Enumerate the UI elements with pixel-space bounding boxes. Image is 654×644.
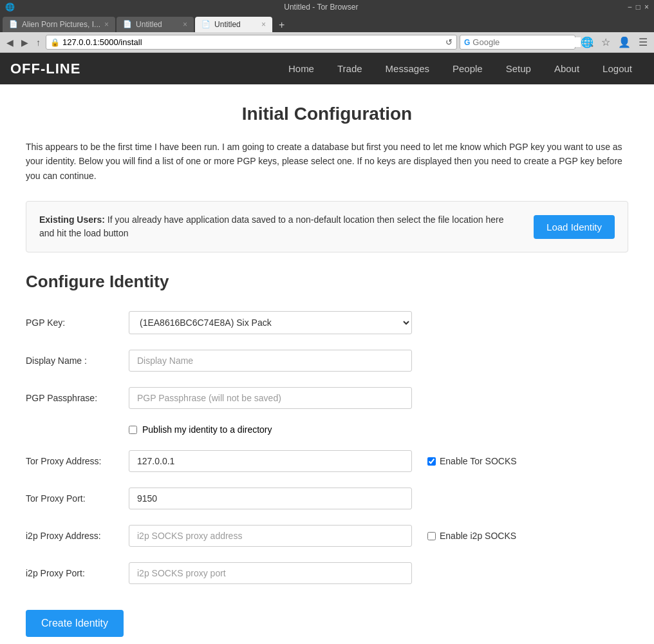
i2p-proxy-port-label: i2p Proxy Port: xyxy=(26,568,129,578)
tabs-bar: 📄 Alien Porn Pictures, I... × 📄 Untitled… xyxy=(0,14,654,32)
tab-3[interactable]: 📄 Untitled × xyxy=(195,17,272,32)
address-bar: 🔒 ↺ xyxy=(46,35,457,50)
tab-3-label: Untitled xyxy=(214,20,241,29)
enable-i2p-socks-label[interactable]: Enable i2p SOCKS xyxy=(440,531,516,541)
nav-messages[interactable]: Messages xyxy=(374,53,441,84)
page-content: Initial Configuration This appears to be… xyxy=(0,84,654,644)
pgp-passphrase-input[interactable] xyxy=(129,387,412,409)
tab-1-favicon: 📄 xyxy=(9,20,18,29)
existing-users-detail: If you already have application data sav… xyxy=(39,214,503,238)
menu-button[interactable]: ☰ xyxy=(636,35,650,50)
tab-3-close[interactable]: × xyxy=(261,20,266,29)
tor-proxy-port-row: Tor Proxy Port: xyxy=(26,488,628,509)
tor-proxy-address-input[interactable] xyxy=(129,450,412,472)
search-engine-icon: G xyxy=(464,38,470,47)
pgp-key-select[interactable]: (1EA8616BC6C74E8A) Six Pack xyxy=(129,311,412,334)
enable-i2p-socks-wrap: Enable i2p SOCKS xyxy=(427,531,516,541)
bookmark-button[interactable]: ☆ xyxy=(599,35,613,50)
i2p-proxy-address-row: i2p Proxy Address: Enable i2p SOCKS xyxy=(26,525,628,547)
existing-users-label: Existing Users: xyxy=(39,214,105,225)
up-button[interactable]: ↑ xyxy=(33,36,43,49)
tab-3-favicon: 📄 xyxy=(201,20,210,29)
address-favicon: 🔒 xyxy=(50,38,60,47)
tab-2-close[interactable]: × xyxy=(183,20,187,29)
enable-tor-socks-wrap: Enable Tor SOCKS xyxy=(427,456,517,466)
pgp-key-label: PGP Key: xyxy=(26,317,129,328)
enable-tor-socks-label[interactable]: Enable Tor SOCKS xyxy=(440,456,517,466)
tor-proxy-address-control xyxy=(129,450,412,472)
tor-proxy-address-row: Tor Proxy Address: Enable Tor SOCKS xyxy=(26,450,628,472)
minimize-button[interactable]: − xyxy=(628,3,632,12)
tor-proxy-port-input[interactable] xyxy=(129,488,412,509)
tor-proxy-port-label: Tor Proxy Port: xyxy=(26,493,129,504)
pgp-passphrase-label: PGP Passphrase: xyxy=(26,393,129,403)
nav-home[interactable]: Home xyxy=(277,53,326,84)
create-identity-button[interactable]: Create Identity xyxy=(26,610,124,637)
nav-people[interactable]: People xyxy=(441,53,494,84)
maximize-button[interactable]: □ xyxy=(636,3,640,12)
configure-identity-title: Configure Identity xyxy=(26,272,628,292)
publish-checkbox[interactable] xyxy=(129,426,137,434)
existing-users-box: Existing Users: If you already have appl… xyxy=(26,201,628,252)
load-identity-button[interactable]: Load Identity xyxy=(534,215,615,239)
nav-bar: ◀ ▶ ↑ 🔒 ↺ G 🔍 🌐 ☆ 👤 ☰ xyxy=(0,32,654,53)
i2p-proxy-address-control xyxy=(129,525,412,547)
nav-setup[interactable]: Setup xyxy=(494,53,543,84)
i2p-proxy-address-input[interactable] xyxy=(129,525,412,547)
i2p-proxy-port-input[interactable] xyxy=(129,562,412,584)
enable-i2p-socks-checkbox[interactable] xyxy=(427,532,436,540)
browser-title: Untitled - Tor Browser xyxy=(15,3,628,12)
pgp-passphrase-control xyxy=(129,387,412,409)
refresh-button[interactable]: ↺ xyxy=(445,37,453,47)
tor-proxy-address-label: Tor Proxy Address: xyxy=(26,456,129,466)
publish-label[interactable]: Publish my identity to a directory xyxy=(142,424,272,435)
publish-checkbox-row: Publish my identity to a directory xyxy=(26,424,628,435)
enable-tor-socks-checkbox[interactable] xyxy=(427,457,436,466)
display-name-row: Display Name : xyxy=(26,350,628,372)
tor-proxy-port-control xyxy=(129,488,412,509)
tab-2-favicon: 📄 xyxy=(123,20,132,29)
identity-button[interactable]: 👤 xyxy=(615,35,633,50)
display-name-control xyxy=(129,350,412,372)
tab-1[interactable]: 📄 Alien Porn Pictures, I... × xyxy=(3,17,115,32)
address-input[interactable] xyxy=(62,37,443,47)
app-brand: OFF-LINE xyxy=(10,54,93,84)
tab-2-label: Untitled xyxy=(136,20,162,29)
title-bar: 🌐 Untitled - Tor Browser − □ × xyxy=(0,0,654,14)
display-name-label: Display Name : xyxy=(26,355,129,366)
app-navbar: OFF-LINE Home Trade Messages People Setu… xyxy=(0,53,654,84)
search-input[interactable] xyxy=(472,37,581,47)
configure-identity-form: PGP Key: (1EA8616BC6C74E8A) Six Pack Dis… xyxy=(26,311,628,637)
new-tab-button[interactable]: + xyxy=(274,18,290,32)
i2p-proxy-port-row: i2p Proxy Port: xyxy=(26,562,628,584)
search-bar: G 🔍 xyxy=(460,35,575,50)
close-button[interactable]: × xyxy=(644,3,649,12)
translate-button[interactable]: 🌐 xyxy=(578,35,596,50)
back-button[interactable]: ◀ xyxy=(4,36,16,49)
tab-1-close[interactable]: × xyxy=(104,20,109,29)
nav-logout[interactable]: Logout xyxy=(591,53,644,84)
tab-1-label: Alien Porn Pictures, I... xyxy=(22,20,100,29)
intro-text: This appears to be the first time I have… xyxy=(26,140,628,183)
i2p-proxy-port-control xyxy=(129,562,412,584)
tab-2[interactable]: 📄 Untitled × xyxy=(117,17,194,32)
pgp-key-row: PGP Key: (1EA8616BC6C74E8A) Six Pack xyxy=(26,311,628,334)
pgp-key-control: (1EA8616BC6C74E8A) Six Pack xyxy=(129,311,412,334)
existing-users-text: Existing Users: If you already have appl… xyxy=(39,213,534,240)
display-name-input[interactable] xyxy=(129,350,412,372)
page-title: Initial Configuration xyxy=(26,104,628,124)
app-nav: Home Trade Messages People Setup About L… xyxy=(277,53,644,84)
pgp-passphrase-row: PGP Passphrase: xyxy=(26,387,628,409)
i2p-proxy-address-label: i2p Proxy Address: xyxy=(26,531,129,541)
nav-about[interactable]: About xyxy=(543,53,591,84)
browser-favicon: 🌐 xyxy=(5,3,15,12)
forward-button[interactable]: ▶ xyxy=(19,36,31,49)
nav-trade[interactable]: Trade xyxy=(326,53,374,84)
